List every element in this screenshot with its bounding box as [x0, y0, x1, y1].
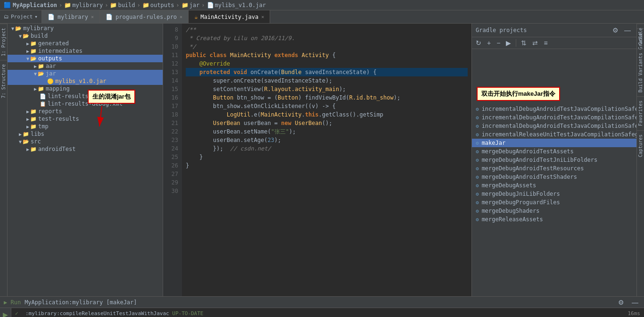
breadcrumb-mylibrary-label[interactable]: mylibrary [72, 2, 103, 8]
breadcrumb-sep-2: › [105, 2, 108, 8]
tree-item-jar[interactable]: ▼📂jar [8, 70, 163, 77]
tree-item-lint-results-debug.html[interactable]: 📄lint-results-debug.html [8, 92, 163, 100]
gradle-run-button[interactable]: ▶ [504, 38, 513, 48]
breadcrumb-outputs-label[interactable]: outputs [150, 2, 174, 8]
code-line-12: public class MainActivity extends Activi… [186, 51, 468, 59]
gradle-item-3[interactable]: ⚙incrementalReleaseUnitTestJavaCompilati… [472, 130, 636, 139]
build-settings-button[interactable]: ⚙ [616, 298, 626, 307]
tree-item-androidTest[interactable]: ▶📁androidTest [8, 145, 163, 153]
tree-item-tmp[interactable]: ▶📁tmp [8, 123, 163, 130]
tree-item-outputs[interactable]: ▼📂outputs [8, 55, 163, 62]
build-run-button[interactable]: ▶ [1, 310, 10, 317]
build-icon-0: ✓ [15, 310, 22, 317]
gradle-item-label-1: incrementalDebugAndroidTestJavaCompilati… [482, 114, 636, 121]
project-icon: 🗂 [4, 14, 9, 20]
tree-item-libs[interactable]: ▶📁libs [8, 130, 163, 138]
tree-item-build[interactable]: ▼📂build [8, 32, 163, 40]
breadcrumb-sep-3: › [137, 2, 140, 8]
vtab-structure[interactable]: 7: Structure [0, 60, 7, 102]
tree-item-test-results[interactable]: ▶📁test-results [8, 115, 163, 123]
gradle-item-icon-3: ⚙ [476, 132, 479, 138]
gradle-close-button[interactable]: — [622, 25, 633, 35]
build-header: ▶ Run MyApplication:mylibrary [makeJar] … [0, 297, 644, 308]
gradle-remove-button[interactable]: − [495, 38, 502, 48]
code-line-29: } [186, 153, 468, 161]
gradle-refresh-button[interactable]: ↻ [474, 38, 483, 48]
code-lines[interactable]: /** * Created by Lilu on 2016/11/9. */pu… [182, 24, 471, 296]
line-num-9: 9 [163, 34, 178, 42]
gradle-toolbar: ↻ + − ▶ ⇅ ⇄ ≡ [472, 37, 636, 49]
title-bar: 🟦 MyApplication › 📁 mylibrary › 📁 build … [0, 0, 644, 10]
gradle-item-1[interactable]: ⚙incrementalDebugAndroidTestJavaCompilat… [472, 113, 636, 122]
panel-header-inline: 🗂 Project ▾ [0, 10, 42, 23]
gradle-item-4[interactable]: ⚙makeJar [472, 139, 636, 147]
code-line-17: Button btn_show = (Button) findViewById(… [186, 93, 468, 102]
code-line-15: super.onCreate(savedInstanceState); [186, 76, 468, 85]
tree-item-reports[interactable]: ▶📁reports [8, 108, 163, 115]
tab-bar: 🗂 Project ▾ 📄 mylibrary ✕ 📄 proguard-rul… [0, 10, 644, 24]
gradle-item-label-10: mergeDebugJniLibFolders [482, 191, 560, 197]
tab-proguard-close[interactable]: ✕ [180, 14, 182, 19]
tree-item-generated[interactable]: ▶📁generated [8, 40, 163, 47]
tab-mainactivity-icon: ☕ [194, 14, 198, 20]
gradle-item-7[interactable]: ⚙mergeDebugAndroidTestResources [472, 164, 636, 173]
breadcrumb-sep-1: › [59, 2, 62, 8]
project-dropdown-icon[interactable]: ▾ [34, 14, 38, 20]
breadcrumb-jar-file-label[interactable]: mylibs_v1.0.jar [215, 2, 266, 8]
tab-mylibrary-label: mylibrary [58, 14, 88, 20]
tab-mainactivity[interactable]: ☕ MainActivity.java ✕ [189, 10, 270, 23]
tab-mylibrary[interactable]: 📄 mylibrary ✕ [42, 10, 100, 23]
gradle-collapse-button[interactable]: ⇄ [530, 38, 540, 48]
breadcrumb-mylibrary[interactable]: 📁 [64, 2, 71, 8]
app-name-icon: 🟦 [4, 2, 11, 8]
line-num-29: 29 [163, 178, 178, 187]
side-label-captures[interactable]: Captures [637, 130, 644, 161]
build-minimize-button[interactable]: — [630, 298, 640, 307]
gradle-settings-button[interactable]: ⚙ [611, 25, 620, 35]
gradle-item-12[interactable]: ⚙mergeDebugShaders [472, 207, 636, 215]
gradle-title: Gradle projects [476, 27, 527, 33]
tree-item-mapping[interactable]: ▶📁mapping [8, 85, 163, 92]
gradle-toolbar-sep [516, 39, 516, 47]
gradle-item-11[interactable]: ⚙mergeDebugProguardFiles [472, 198, 636, 207]
vtab-project[interactable]: 1: Project [0, 24, 7, 60]
tree-item-src[interactable]: ▼📂src [8, 138, 163, 145]
tree-item-mylibs_v1.0.jar[interactable]: 🟡mylibs_v1.0.jar [8, 77, 163, 85]
code-line-25: userBean.setName("张三"); [186, 127, 468, 136]
gradle-item-icon-13: ⚙ [476, 217, 479, 223]
gradle-options-button[interactable]: ≡ [542, 38, 549, 48]
gradle-item-9[interactable]: ⚙mergeDebugAssets [472, 181, 636, 190]
tab-mylibrary-close[interactable]: ✕ [91, 14, 94, 19]
gradle-item-8[interactable]: ⚙mergeDebugAndroidTestShaders [472, 173, 636, 181]
gradle-item-10[interactable]: ⚙mergeDebugJniLibFolders [472, 190, 636, 198]
build-run-tab[interactable]: ▶ Run [4, 299, 21, 306]
gradle-item-label-3: incrementalReleaseUnitTestJavaCompilatio… [482, 131, 636, 138]
gradle-item-13[interactable]: ⚙mergeReleaseAssets [472, 215, 636, 224]
breadcrumb-jar-label[interactable]: jar [190, 2, 200, 8]
gradle-panel: Gradle projects ⚙ — ↻ + − ▶ ⇅ ⇄ ≡ 双击开始执行… [471, 24, 636, 296]
tab-mainactivity-close[interactable]: ✕ [261, 14, 264, 19]
gradle-item-0[interactable]: ⚙incrementalDebugAndroidTestJavaCompilat… [472, 49, 636, 113]
gradle-item-label-12: mergeDebugShaders [482, 208, 540, 214]
side-label-gradle2[interactable]: Gradle [637, 24, 644, 49]
gradle-item-6[interactable]: ⚙mergeDebugAndroidTestJniLibFolders [472, 156, 636, 164]
side-label-build-variants[interactable]: Build Variants [637, 49, 644, 96]
code-line-30: } [186, 161, 468, 170]
gradle-expand-button[interactable]: ⇅ [519, 38, 528, 48]
side-label-favorites[interactable]: Favorites [637, 96, 644, 130]
line-num-21: 21 [163, 119, 178, 127]
breadcrumb-build-label[interactable]: build [118, 2, 135, 8]
gradle-item-5[interactable]: ⚙mergeDebugAndroidTestAssets [472, 147, 636, 156]
app-name: MyApplication [13, 2, 57, 8]
gradle-item-icon-9: ⚙ [476, 183, 479, 189]
tree-item-mylibrary[interactable]: ▼📂mylibrary [8, 25, 163, 32]
gradle-item-label-5: mergeDebugAndroidTestAssets [482, 148, 574, 155]
gradle-item-2[interactable]: ⚙incrementalDebugAndroidTestJavaCompilat… [472, 122, 636, 130]
tree-item-aar[interactable]: ▶📁aar [8, 62, 163, 70]
gradle-item-label-4: makeJar [482, 140, 506, 146]
left-panel: ▼📂mylibrary▼📂build▶📁generated▶📁intermedi… [8, 24, 163, 296]
tree-item-intermediates[interactable]: ▶📁intermediates [8, 47, 163, 55]
tab-proguard[interactable]: 📄 proguard-rules.pro ✕ [100, 10, 189, 23]
tree-item-lint-results-debug.xml[interactable]: 📋lint-results-debug.xml [8, 100, 163, 108]
gradle-add-button[interactable]: + [485, 38, 493, 48]
